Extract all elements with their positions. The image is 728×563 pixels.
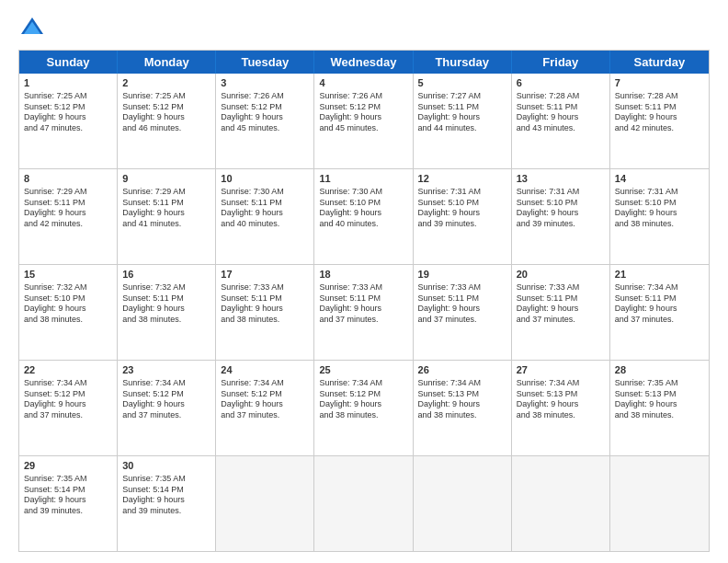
cell-info: Sunrise: 7:26 AM Sunset: 5:12 PM Dayligh… [319,91,407,134]
calendar-cell: 9Sunrise: 7:29 AM Sunset: 5:11 PM Daylig… [118,169,216,264]
calendar-cell: 4Sunrise: 7:26 AM Sunset: 5:12 PM Daylig… [314,74,413,168]
calendar-cell: 6Sunrise: 7:28 AM Sunset: 5:11 PM Daylig… [512,74,610,168]
cell-info: Sunrise: 7:29 AM Sunset: 5:11 PM Dayligh… [24,187,112,230]
day-number: 23 [122,363,210,377]
calendar-cell: 17Sunrise: 7:33 AM Sunset: 5:11 PM Dayli… [216,265,314,360]
cell-info: Sunrise: 7:28 AM Sunset: 5:11 PM Dayligh… [517,91,605,134]
day-number: 5 [418,76,506,90]
calendar-cell: 29Sunrise: 7:35 AM Sunset: 5:14 PM Dayli… [19,456,118,551]
day-number: 1 [24,76,112,90]
day-number: 3 [221,76,309,90]
header-day-sunday: Sunday [19,51,118,74]
calendar-cell: 7Sunrise: 7:28 AM Sunset: 5:11 PM Daylig… [610,74,709,168]
calendar-cell: 30Sunrise: 7:35 AM Sunset: 5:14 PM Dayli… [118,456,216,551]
cell-info: Sunrise: 7:29 AM Sunset: 5:11 PM Dayligh… [122,187,210,230]
calendar-header: SundayMondayTuesdayWednesdayThursdayFrid… [19,51,709,74]
day-number: 13 [517,172,605,186]
day-number: 27 [517,363,605,377]
cell-info: Sunrise: 7:34 AM Sunset: 5:12 PM Dayligh… [24,378,112,421]
day-number: 8 [24,172,112,186]
day-number: 30 [122,459,210,473]
cell-info: Sunrise: 7:34 AM Sunset: 5:12 PM Dayligh… [122,378,210,421]
calendar-cell [414,456,512,551]
calendar-row-4: 22Sunrise: 7:34 AM Sunset: 5:12 PM Dayli… [19,360,709,455]
header-day-saturday: Saturday [610,51,709,74]
cell-info: Sunrise: 7:34 AM Sunset: 5:11 PM Dayligh… [615,282,704,326]
calendar-cell: 27Sunrise: 7:34 AM Sunset: 5:13 PM Dayli… [512,361,610,455]
calendar-row-1: 1Sunrise: 7:25 AM Sunset: 5:12 PM Daylig… [19,74,709,168]
calendar-cell: 26Sunrise: 7:34 AM Sunset: 5:13 PM Dayli… [414,361,512,455]
page: SundayMondayTuesdayWednesdayThursdayFrid… [0,0,728,563]
calendar-cell: 2Sunrise: 7:25 AM Sunset: 5:12 PM Daylig… [118,74,216,168]
cell-info: Sunrise: 7:34 AM Sunset: 5:13 PM Dayligh… [418,378,506,421]
cell-info: Sunrise: 7:31 AM Sunset: 5:10 PM Dayligh… [418,187,506,230]
calendar-cell: 11Sunrise: 7:30 AM Sunset: 5:10 PM Dayli… [314,169,413,264]
cell-info: Sunrise: 7:25 AM Sunset: 5:12 PM Dayligh… [24,91,112,134]
header-day-thursday: Thursday [414,51,512,74]
cell-info: Sunrise: 7:25 AM Sunset: 5:12 PM Dayligh… [122,91,210,134]
cell-info: Sunrise: 7:33 AM Sunset: 5:11 PM Dayligh… [319,282,407,326]
calendar-cell: 8Sunrise: 7:29 AM Sunset: 5:11 PM Daylig… [19,169,118,264]
header-day-wednesday: Wednesday [314,51,413,74]
day-number: 4 [319,76,407,90]
day-number: 24 [221,363,309,377]
calendar-cell: 15Sunrise: 7:32 AM Sunset: 5:10 PM Dayli… [19,265,118,360]
cell-info: Sunrise: 7:34 AM Sunset: 5:13 PM Dayligh… [517,378,605,421]
cell-info: Sunrise: 7:30 AM Sunset: 5:11 PM Dayligh… [221,187,309,230]
logo-icon [18,15,46,42]
day-number: 16 [122,268,210,282]
cell-info: Sunrise: 7:28 AM Sunset: 5:11 PM Dayligh… [615,91,704,134]
calendar-cell: 23Sunrise: 7:34 AM Sunset: 5:12 PM Dayli… [118,361,216,455]
header-day-monday: Monday [118,51,216,74]
cell-info: Sunrise: 7:33 AM Sunset: 5:11 PM Dayligh… [517,282,605,326]
header-day-friday: Friday [512,51,610,74]
day-number: 28 [615,363,704,377]
cell-info: Sunrise: 7:31 AM Sunset: 5:10 PM Dayligh… [517,187,605,230]
cell-info: Sunrise: 7:35 AM Sunset: 5:14 PM Dayligh… [122,474,210,517]
calendar-cell [216,456,314,551]
cell-info: Sunrise: 7:34 AM Sunset: 5:12 PM Dayligh… [221,378,309,421]
calendar-body: 1Sunrise: 7:25 AM Sunset: 5:12 PM Daylig… [19,74,709,551]
day-number: 9 [122,172,210,186]
calendar-cell: 20Sunrise: 7:33 AM Sunset: 5:11 PM Dayli… [512,265,610,360]
calendar-row-3: 15Sunrise: 7:32 AM Sunset: 5:10 PM Dayli… [19,264,709,360]
logo [18,15,50,42]
day-number: 29 [24,459,112,473]
day-number: 26 [418,363,506,377]
day-number: 18 [319,268,407,282]
calendar-cell: 19Sunrise: 7:33 AM Sunset: 5:11 PM Dayli… [414,265,512,360]
header [18,15,710,42]
calendar-cell [512,456,610,551]
calendar-cell: 16Sunrise: 7:32 AM Sunset: 5:11 PM Dayli… [118,265,216,360]
day-number: 17 [221,268,309,282]
day-number: 22 [24,363,112,377]
calendar-cell [314,456,413,551]
cell-info: Sunrise: 7:35 AM Sunset: 5:13 PM Dayligh… [615,378,704,421]
cell-info: Sunrise: 7:31 AM Sunset: 5:10 PM Dayligh… [615,187,704,230]
cell-info: Sunrise: 7:27 AM Sunset: 5:11 PM Dayligh… [418,91,506,134]
cell-info: Sunrise: 7:34 AM Sunset: 5:12 PM Dayligh… [319,378,407,421]
calendar-cell: 14Sunrise: 7:31 AM Sunset: 5:10 PM Dayli… [610,169,709,264]
calendar-cell: 12Sunrise: 7:31 AM Sunset: 5:10 PM Dayli… [414,169,512,264]
calendar-cell: 28Sunrise: 7:35 AM Sunset: 5:13 PM Dayli… [610,361,709,455]
day-number: 19 [418,268,506,282]
calendar-cell: 5Sunrise: 7:27 AM Sunset: 5:11 PM Daylig… [414,74,512,168]
calendar-row-5: 29Sunrise: 7:35 AM Sunset: 5:14 PM Dayli… [19,455,709,551]
calendar-cell: 13Sunrise: 7:31 AM Sunset: 5:10 PM Dayli… [512,169,610,264]
calendar-cell [610,456,709,551]
day-number: 7 [615,76,704,90]
day-number: 15 [24,268,112,282]
cell-info: Sunrise: 7:32 AM Sunset: 5:11 PM Dayligh… [122,282,210,326]
day-number: 10 [221,172,309,186]
calendar-cell: 18Sunrise: 7:33 AM Sunset: 5:11 PM Dayli… [314,265,413,360]
day-number: 25 [319,363,407,377]
day-number: 2 [122,76,210,90]
day-number: 12 [418,172,506,186]
cell-info: Sunrise: 7:35 AM Sunset: 5:14 PM Dayligh… [24,474,112,517]
calendar-cell: 3Sunrise: 7:26 AM Sunset: 5:12 PM Daylig… [216,74,314,168]
cell-info: Sunrise: 7:32 AM Sunset: 5:10 PM Dayligh… [24,282,112,326]
calendar-cell: 10Sunrise: 7:30 AM Sunset: 5:11 PM Dayli… [216,169,314,264]
day-number: 6 [517,76,605,90]
cell-info: Sunrise: 7:33 AM Sunset: 5:11 PM Dayligh… [221,282,309,326]
day-number: 11 [319,172,407,186]
